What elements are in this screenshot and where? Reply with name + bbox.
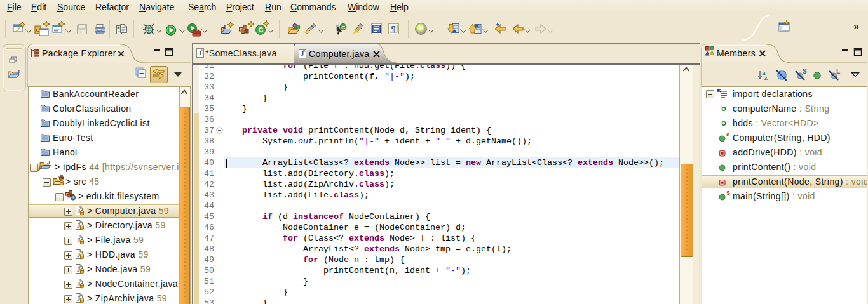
svg-text:C: C [342, 25, 346, 30]
svg-text:C: C [259, 26, 264, 34]
svg-text:J: J [198, 49, 202, 56]
svg-text:z: z [764, 74, 768, 81]
svg-text:S: S [803, 68, 807, 75]
svg-text:J: J [47, 159, 50, 166]
svg-text:»: » [853, 21, 859, 32]
svg-text:¶: ¶ [391, 25, 396, 34]
svg-text:J: J [17, 69, 20, 75]
svg-text:L: L [836, 68, 840, 75]
svg-text:S: S [726, 190, 730, 196]
svg-text:J: J [222, 23, 226, 30]
svg-text:c: c [726, 131, 729, 138]
svg-text:J: J [301, 50, 304, 57]
